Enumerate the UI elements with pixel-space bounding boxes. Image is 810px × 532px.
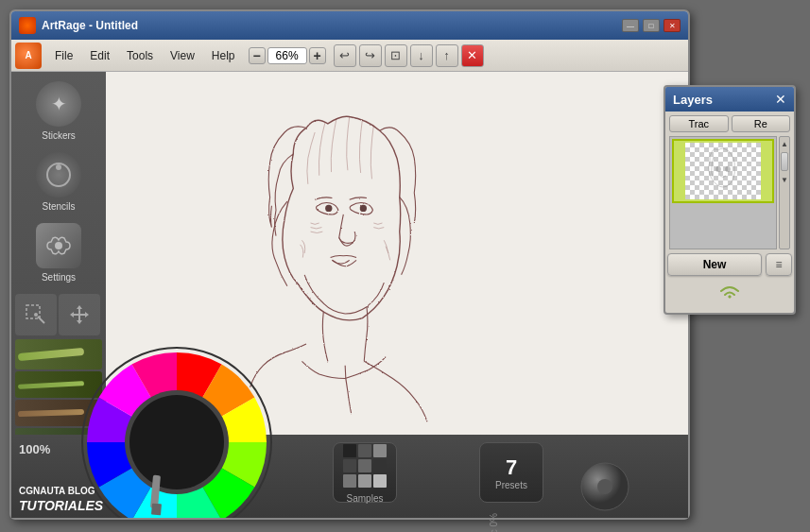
presets-label: Presets [495,480,527,490]
window-title: ArtRage - Untitled [42,19,138,32]
sidebar-item-stencils[interactable]: Stencils [20,146,97,215]
menu-edit[interactable]: Edit [82,46,117,65]
selection-tool[interactable] [15,294,57,335]
svg-line-5 [38,317,44,323]
close-tool-button[interactable]: ✕ [461,44,484,67]
sample-cell[interactable] [343,459,356,472]
watermark-tutorials: TUTORIALES [19,497,103,514]
zoom-plus-button[interactable]: + [309,47,326,64]
scroll-down-button[interactable]: ▼ [780,173,789,186]
svg-rect-12 [151,504,162,516]
menu-view[interactable]: View [163,46,202,65]
layer-menu-button[interactable]: ≡ [766,253,792,276]
settings-label: Settings [42,272,76,283]
sample-cell[interactable] [373,444,387,457]
redo-button[interactable]: ↪ [359,44,382,67]
layer-list [669,136,777,249]
layers-header: Layers ✕ [665,87,794,112]
title-bar: ArtRage - Untitled — □ ✕ [11,11,688,40]
metallic-knob[interactable] [579,461,631,513]
samples-grid [341,442,388,489]
stencils-icon-container [34,150,83,199]
save-button[interactable]: ↓ [410,44,433,67]
transform-button[interactable]: ⊡ [385,44,407,67]
stencils-label: Stencils [42,201,75,212]
svg-point-6 [325,205,332,212]
layers-wifi-area [665,280,794,313]
svg-rect-3 [26,305,40,318]
zoom-minus-button[interactable]: − [249,47,266,64]
presets-count: 7 [506,455,517,480]
sample-cell[interactable] [373,474,387,488]
scroll-up-button[interactable]: ▲ [780,137,789,150]
trace-button[interactable]: Trac [669,115,729,132]
stencils-icon [36,152,81,197]
layer-scrollbar-area: ▲ ▼ [665,136,794,249]
layer-thumbnail [685,143,761,199]
layers-scrollbar: ▲ ▼ [779,136,790,249]
sample-cell[interactable] [343,444,356,457]
artrage-icon [19,17,36,34]
svg-point-9 [129,395,224,489]
watermark-site: CGNAUTA BLOG [19,485,103,497]
bottom-bar: Metallic 0% 100% 7 Presets Samples [11,435,688,518]
svg-point-1 [56,164,61,170]
trace-reference-area: Trac Re [665,112,794,136]
layers-buttons: New ≡ [665,253,794,280]
close-window-button[interactable]: ✕ [664,19,681,32]
layers-title: Layers [673,93,713,107]
presets-box[interactable]: 7 Presets [479,442,543,503]
menu-tools[interactable]: Tools [119,46,161,65]
zoom-control: − 66% + [249,47,326,64]
title-controls: — □ ✕ [622,19,681,32]
layers-panel: Layers ✕ Trac Re [664,85,796,315]
samples-box[interactable]: Samples [333,442,397,503]
settings-icon [36,223,81,268]
title-bar-left: ArtRage - Untitled [19,17,138,34]
main-window: ArtRage - Untitled — □ ✕ A File Edit Too… [9,9,690,520]
svg-point-14 [597,479,612,494]
undo-button[interactable]: ↩ [334,44,356,67]
sample-cell[interactable] [373,459,387,472]
sample-cell[interactable] [358,444,371,457]
new-layer-button[interactable]: New [667,253,762,276]
wifi-icon [715,280,744,307]
sidebar-item-stickers[interactable]: Stickers [20,76,97,145]
stickers-label: Stickers [42,130,76,141]
menu-bar: A File Edit Tools View Help − 66% + ↩ ↪ … [11,40,688,72]
maximize-button[interactable]: □ [643,19,660,32]
watermark: CGNAUTA BLOG TUTORIALES [19,485,103,514]
sample-cell[interactable] [343,474,356,488]
samples-label: Samples [347,493,384,504]
menu-file[interactable]: File [47,46,80,65]
sample-cell[interactable] [358,459,371,472]
sidebar-item-settings[interactable]: Settings [20,217,97,286]
sample-cell[interactable] [358,474,371,488]
layers-close-button[interactable]: ✕ [775,92,786,107]
scroll-thumb[interactable] [781,152,788,171]
size-indicator: 100% [19,442,50,456]
toolbar-icons: ↩ ↪ ⊡ ↓ ↑ ✕ [334,44,484,67]
svg-point-2 [55,242,62,249]
layer-item-active[interactable] [672,139,774,203]
settings-icon-container [34,221,83,270]
svg-point-7 [360,205,367,212]
reference-button[interactable]: Re [732,115,791,132]
zoom-display: 66% [267,47,307,64]
app-logo: A [15,43,42,69]
sticker-icon [36,81,81,127]
stickers-icon-container [34,79,83,129]
upload-button[interactable]: ↑ [436,44,458,67]
minimize-button[interactable]: — [622,19,639,32]
svg-point-4 [34,313,38,317]
metallic-label: Metallic 0% [489,513,499,532]
menu-help[interactable]: Help [204,46,243,65]
